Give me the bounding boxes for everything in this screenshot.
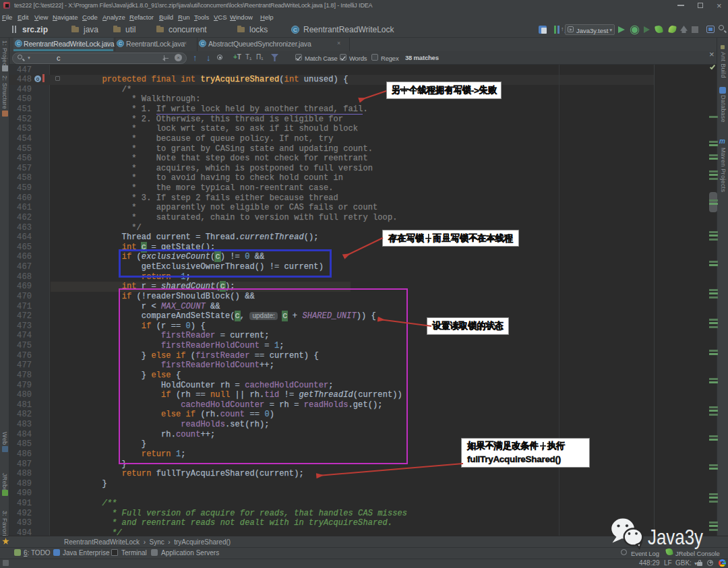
- svg-text:Java3y: Java3y: [648, 525, 703, 549]
